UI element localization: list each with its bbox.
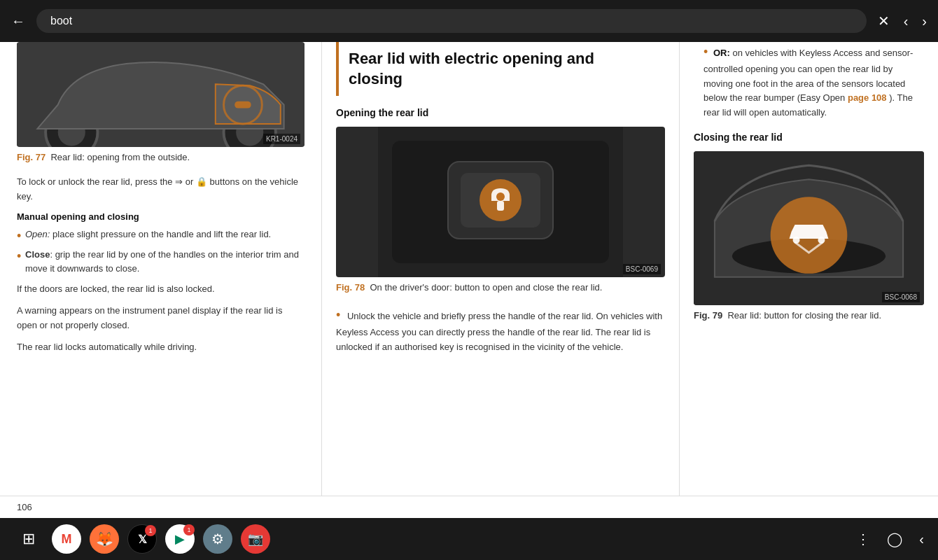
taskbar: ⊞ M 🦊 𝕏 1 ▶ 1 ⚙ 📷 ⋮ ◯ ‹ [0, 518, 938, 560]
close-button[interactable]: ✕ [878, 13, 890, 29]
x-badge: 1 [145, 525, 156, 536]
bullet-dot-1: • [17, 226, 21, 246]
fig-78-code: BSC-0069 [623, 264, 661, 274]
fig-78-number: Fig. 78 [336, 282, 365, 293]
fig-79-number: Fig. 79 [694, 310, 722, 321]
firefox-icon: 🦊 [96, 531, 113, 547]
fig-79-illustration [694, 151, 924, 305]
fig-77-code: KR1-0024 [263, 134, 300, 144]
play-badge: 1 [183, 524, 195, 536]
fig-78-caption-text: On the driver's door: button to open and… [370, 282, 602, 293]
top-bar-right: ✕ ‹ › [878, 13, 927, 29]
app-play-button[interactable]: ▶ 1 [165, 524, 195, 554]
section-title-line1: Rear lid with electric opening and [349, 50, 594, 67]
section-title: Rear lid with electric opening and closi… [349, 49, 655, 89]
search-input[interactable] [50, 15, 853, 27]
close-text: : grip the rear lid by one of the handle… [25, 249, 299, 274]
bullet-dot-2: • [17, 246, 21, 267]
car-trunk-illustration [17, 42, 304, 147]
top-bar-left: ← [11, 13, 25, 29]
book-page: KR1-0024 Fig. 77 Rear lid: opening from … [0, 42, 938, 496]
or-bullet-dot: • [704, 45, 708, 59]
body-text-4: The rear lid locks automatically while d… [17, 340, 304, 355]
fig-78-caption: Fig. 78 On the driver's door: button to … [336, 281, 665, 294]
bullet-close: • Close: grip the rear lid by one of the… [17, 248, 304, 277]
home-button[interactable]: ◯ [887, 531, 902, 547]
settings-icon: ⚙ [211, 531, 224, 547]
recents-button[interactable]: ⋮ [856, 531, 870, 547]
opening-subsection-heading: Opening the rear lid [336, 107, 665, 118]
manual-opening-heading: Manual opening and closing [17, 211, 304, 222]
app-x-button[interactable]: 𝕏 1 [127, 524, 157, 554]
fig-77-number: Fig. 77 [17, 152, 46, 162]
content-area: KR1-0024 Fig. 77 Rear lid: opening from … [0, 42, 938, 496]
fig-79-code: BSC-0068 [882, 292, 920, 302]
fig-77-caption: Fig. 77 Rear lid: opening from the outsi… [17, 151, 304, 164]
or-bullet: • OR: on vehicles with Keyless Access an… [694, 42, 924, 120]
gmail-icon: M [62, 532, 72, 547]
fig-79-caption: Fig. 79 Rear lid: button for closing the… [694, 309, 924, 322]
body-text-1: To lock or unlock the rear lid, press th… [17, 175, 304, 204]
fig-78-illustration [336, 127, 665, 277]
svg-rect-12 [497, 201, 504, 211]
top-bar: ← ✕ ‹ › [0, 0, 938, 42]
bullet-open: • Open: place slight pressure on the han… [17, 227, 304, 242]
camera-icon: 📷 [248, 531, 263, 547]
svg-point-13 [496, 192, 505, 201]
fig-77-image: KR1-0024 [17, 42, 304, 147]
app-firefox-button[interactable]: 🦊 [90, 524, 119, 554]
search-bar[interactable] [36, 9, 867, 33]
section-title-bar: Rear lid with electric opening and closi… [336, 42, 665, 96]
back-button[interactable]: ← [11, 13, 25, 29]
middle-bullet-dot: • [336, 308, 340, 322]
close-label: Close [25, 249, 50, 260]
open-text: place slight pressure on the handle and … [50, 229, 271, 239]
left-column: KR1-0024 Fig. 77 Rear lid: opening from … [0, 42, 322, 496]
page-number-bar: 106 [0, 496, 938, 518]
x-icon: 𝕏 [138, 533, 147, 546]
or-label: OR: [713, 48, 730, 58]
page-number: 106 [17, 502, 32, 512]
fig-78-image: BSC-0069 [336, 127, 665, 277]
prev-result-button[interactable]: ‹ [904, 13, 909, 29]
section-title-line2: closing [349, 70, 402, 88]
right-column: • OR: on vehicles with Keyless Access an… [679, 42, 938, 496]
body-text-3: A warning appears on the instrument pane… [17, 304, 304, 333]
middle-body-text-content: Unlock the vehicle and briefly press the… [336, 311, 662, 352]
app-camera-button[interactable]: 📷 [241, 524, 270, 554]
next-result-button[interactable]: › [922, 13, 927, 29]
svg-rect-6 [234, 102, 251, 108]
taskbar-nav: ⋮ ◯ ‹ [856, 531, 924, 547]
middle-body-text-1: • Unlock the vehicle and briefly press t… [336, 305, 665, 354]
taskbar-apps: ⊞ M 🦊 𝕏 1 ▶ 1 ⚙ 📷 [14, 524, 270, 554]
fig-77-caption-text: Rear lid: opening from the outside. [50, 152, 190, 162]
fig-79-image: BSC-0068 [694, 151, 924, 305]
body-text-2: If the doors are locked, the rear lid is… [17, 282, 304, 297]
middle-column: Rear lid with electric opening and closi… [322, 42, 679, 496]
grid-icon: ⊞ [22, 530, 35, 548]
app-settings-button[interactable]: ⚙ [203, 524, 232, 554]
back-nav-button[interactable]: ‹ [919, 531, 924, 547]
closing-heading: Closing the rear lid [694, 132, 924, 143]
page-108-link[interactable]: page 108 [848, 92, 887, 103]
open-label: Open: [25, 229, 50, 239]
app-gmail-button[interactable]: M [52, 524, 81, 554]
play-icon: ▶ [175, 531, 185, 547]
app-grid-button[interactable]: ⊞ [14, 524, 43, 554]
fig-79-caption-text: Rear lid: button for closing the rear li… [727, 310, 881, 321]
